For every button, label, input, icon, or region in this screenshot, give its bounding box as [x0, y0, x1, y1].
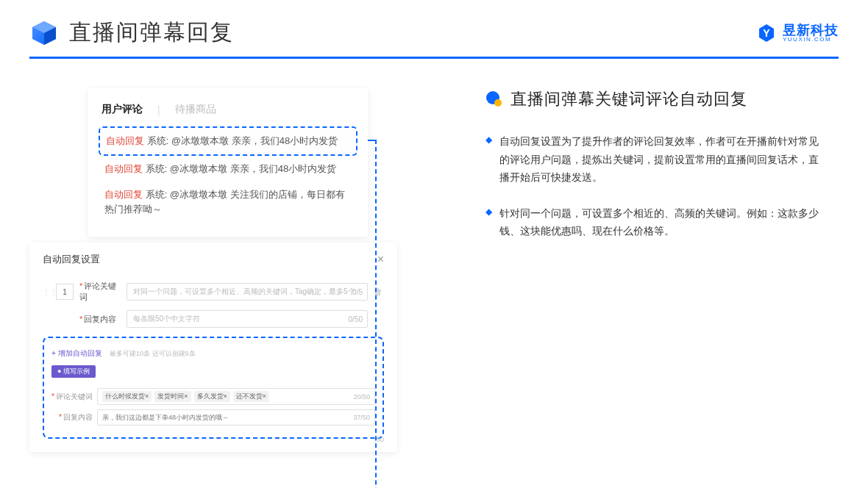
bullet-item: ◆ 自动回复设置为了提升作者的评论回复效率，作者可在开播前针对常见的评论用户问题… [485, 132, 839, 187]
page-title: 直播间弹幕回复 [69, 18, 234, 48]
logo: Y 昱新科技 YUUXIN.COM [756, 23, 839, 43]
content-input[interactable]: 每条限50个中文字符 0/50 [127, 310, 368, 328]
tab-pending-products[interactable]: 待播商品 [175, 103, 216, 116]
diamond-icon: ◆ [485, 134, 492, 187]
example-box: + 增加自动回复 最多可建10条 还可以创建9条 ● 填写示例 *评论关键词 什… [43, 337, 384, 439]
index-box: 1 [56, 284, 74, 300]
logo-cn: 昱新科技 [783, 24, 839, 37]
settings-card: 自动回复设置 × ⋮⋮ 1 *评论关键词 对同一个问题，可设置多个相近、高频的关… [29, 243, 397, 452]
bullet-item: ◆ 针对同一个问题，可设置多个相近的、高频的关键词。例如：这款多少钱、这块能优惠… [485, 204, 839, 240]
settings-title: 自动回复设置 [43, 253, 100, 266]
comment-item: 自动回复 系统: @冰墩墩本墩 亲亲，我们48小时内发货 [102, 156, 355, 182]
comment-item: 自动回复 系统: @冰墩墩本墩 关注我们的店铺，每日都有热门推荐呦～ [102, 182, 355, 222]
comment-item-highlighted: 自动回复 系统: @冰墩墩本墩 亲亲，我们48小时内发货 [99, 126, 357, 156]
example-badge: ● 填写示例 [51, 365, 96, 378]
keyword-input[interactable]: 对同一个问题，可设置多个相近、高频的关键词，Tag确定，最多5个 0/5 [127, 283, 368, 301]
svg-text:Y: Y [763, 27, 770, 39]
example-keyword-input[interactable]: 什么时候发货× 发货时间× 多久发货× 还不发货× 20/50 [97, 388, 375, 405]
logo-en: YUUXIN.COM [783, 37, 839, 43]
tab-user-comments[interactable]: 用户评论 [102, 103, 143, 116]
diamond-icon: ◆ [485, 207, 492, 240]
section-title: 直播间弹幕关键词评论自动回复 [511, 88, 747, 110]
add-auto-reply-link[interactable]: + 增加自动回复 [51, 349, 102, 357]
svg-point-5 [494, 99, 502, 107]
comments-card: 用户评论 | 待播商品 自动回复 系统: @冰墩墩本墩 亲亲，我们48小时内发货… [88, 88, 368, 237]
chat-icon [485, 90, 503, 108]
drag-icon[interactable]: ⋮⋮ [43, 288, 50, 296]
cube-icon [29, 18, 59, 48]
close-icon[interactable]: × [377, 253, 384, 266]
example-content-input[interactable]: 亲，我们这边都是下单48小时内发货的哦～ 37/50 [97, 409, 375, 426]
